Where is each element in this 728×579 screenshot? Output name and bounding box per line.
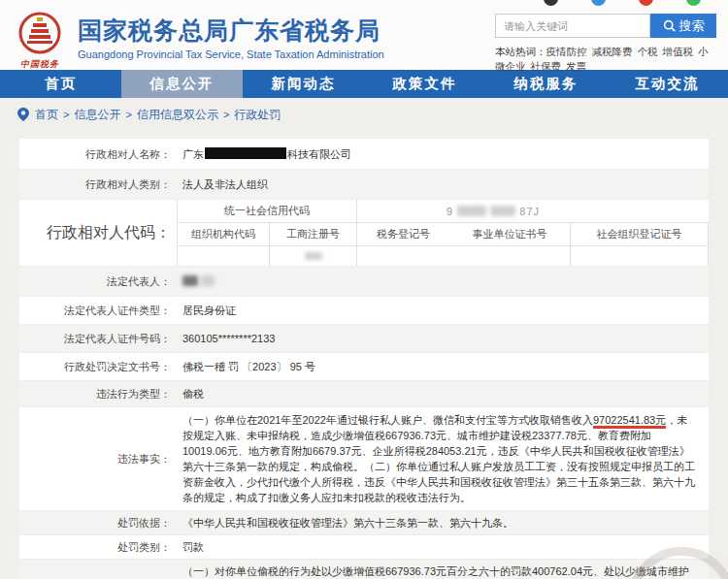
field-label: 处罚类别：	[19, 539, 177, 555]
share-icon-2[interactable]	[591, 0, 606, 6]
hotword-link[interactable]: 疫情防控	[546, 46, 587, 57]
row-penalty-type: 处罚类别： 罚款	[19, 535, 709, 560]
party-category-value: 法人及非法人组织	[177, 177, 709, 192]
uscc-label: 统一社会信用代码	[178, 200, 357, 223]
hotword-link[interactable]: 社保费	[531, 60, 562, 72]
penalty-content-value: （一）对你单位偷税的行为处以少缴增值税667936.73元百分之六十的罚款400…	[177, 560, 709, 579]
basis-value: 《中华人民共和国税收征收管理法》第六十三条第一款、第六十九条。	[177, 515, 709, 531]
highlighted-amount: 97022541.83元	[593, 414, 666, 429]
search-button-label: 搜索	[679, 17, 705, 35]
tax-bureau-logo: 中国税务	[10, 12, 70, 70]
field-label: 法定代表人证件类型：	[19, 303, 177, 318]
row-party-name: 行政相对人名称： 广东科技有限公司	[19, 139, 709, 170]
code-empty-cell	[178, 246, 270, 266]
field-label: 行政相对人代码：	[19, 200, 177, 266]
field-label: 法定代表人证件号码：	[19, 331, 177, 346]
row-violation-type: 违法行为类型： 偷税	[19, 381, 709, 407]
breadcrumb-info-disclosure[interactable]: 信息公开	[74, 107, 120, 123]
field-label: 处罚依据：	[19, 515, 177, 531]
party-name-value: 广东科技有限公司	[177, 146, 709, 162]
search-icon	[663, 19, 676, 32]
code-col-header: 组织机构代码	[178, 223, 270, 246]
row-legal-rep: 法定代表人：	[19, 267, 709, 297]
hotwords-label: 本站热词：	[495, 46, 546, 57]
facts-value: （一）你单位在2021年至2022年通过银行私人账户、微信和支付宝等方式收取销售…	[177, 407, 709, 510]
agency-title: 国家税务总局广东省税务局	[78, 16, 384, 45]
row-id-type: 法定代表人证件类型： 居民身份证	[19, 297, 709, 325]
nav-item-tax-service[interactable]: 纳税服务	[485, 70, 607, 98]
code-empty-cell	[357, 246, 449, 266]
hotword-link[interactable]: 发票	[566, 60, 586, 72]
breadcrumb: 首页 > 信息公开 > 信用信息双公示 > 行政处罚	[0, 98, 728, 131]
breadcrumb-credit-info[interactable]: 信用信息双公示	[137, 107, 218, 123]
share-icon-3[interactable]	[639, 0, 653, 6]
nav-item-home[interactable]: 首页	[0, 70, 121, 98]
penalty-record-table: 行政相对人名称： 广东科技有限公司 行政相对人类别： 法人及非法人组织 行政相对…	[19, 139, 709, 579]
search-bar: 搜索	[495, 14, 716, 38]
id-number-value: 360105********2133	[177, 331, 709, 346]
code-col-header: 税务登记号	[357, 223, 449, 246]
field-label: 行政相对人类别：	[19, 177, 177, 192]
share-icon-4[interactable]	[686, 0, 701, 6]
breadcrumb-home[interactable]: 首页	[35, 107, 58, 123]
hotword-link[interactable]: 减税降费	[592, 46, 633, 57]
hotword-link[interactable]: 个税	[638, 46, 658, 57]
share-icons	[544, 0, 701, 6]
doc-number-value: 佛税一稽 罚 〔2023〕 95 号	[177, 359, 709, 374]
logo-caption: 中国税务	[10, 58, 70, 71]
nav-item-news[interactable]: 新闻动态	[243, 70, 364, 98]
row-penalty-content: 处罚内容： （一）对你单位偷税的行为处以少缴增值税667936.73元百分之六十…	[19, 560, 709, 579]
redaction-blur-box	[182, 275, 198, 286]
code-empty-cell	[449, 246, 571, 266]
search-button[interactable]: 搜索	[650, 14, 716, 38]
breadcrumb-admin-penalty[interactable]: 行政处罚	[234, 107, 281, 123]
main-nav: 首页 信息公开 新闻动态 政策文件 纳税服务 互动交流	[0, 70, 728, 98]
penalty-type-value: 罚款	[177, 539, 709, 555]
share-icon-1[interactable]	[544, 0, 558, 6]
agency-title-block: 国家税务总局广东省税务局 Guangdong Provincial Tax Se…	[78, 12, 384, 70]
row-facts: 违法事实： （一）你单位在2021年至2022年通过银行私人账户、微信和支付宝等…	[19, 407, 709, 511]
field-label: 违法行为类型：	[19, 386, 177, 402]
nav-item-interaction[interactable]: 互动交流	[607, 70, 728, 98]
legal-rep-value	[177, 273, 709, 289]
code-col-header: 社会组织登记证号	[571, 223, 709, 246]
row-party-category: 行政相对人类别： 法人及非法人组织	[19, 170, 709, 200]
code-empty-cell	[270, 246, 357, 266]
breadcrumb-separator: >	[223, 109, 229, 120]
nav-item-policy[interactable]: 政策文件	[364, 70, 485, 98]
field-label: 行政相对人名称：	[19, 146, 177, 162]
uscc-value: 9 87J	[357, 200, 709, 223]
row-party-code: 行政相对人代码： 统一社会信用代码 9 87J 组织机构代码 工商注册号 税务登…	[19, 200, 709, 267]
redaction-blur-box	[305, 252, 322, 260]
search-input[interactable]	[495, 14, 650, 38]
hotwords: 本站热词：疫情防控减税降费个税增值税小微企业社保费发票	[495, 45, 716, 74]
redaction-blur-box	[490, 206, 515, 216]
top-strip	[0, 0, 728, 8]
field-label: 违法事实：	[19, 451, 177, 466]
redaction-black-box	[205, 147, 286, 159]
field-label: 法定代表人：	[19, 273, 177, 289]
row-basis: 处罚依据： 《中华人民共和国税收征收管理法》第六十三条第一款、第六十九条。	[19, 511, 709, 535]
code-empty-cell	[571, 246, 709, 266]
code-col-header: 事业单位证书号	[449, 223, 571, 246]
id-type-value: 居民身份证	[177, 303, 709, 318]
agency-subtitle: Guangdong Provincial Tax Service, State …	[78, 48, 384, 60]
violation-type-value: 偷税	[177, 386, 709, 402]
party-code-subtable: 统一社会信用代码 9 87J 组织机构代码 工商注册号 税务登记号 事业单位证书…	[177, 200, 709, 266]
site-header: 中国税务 国家税务总局广东省税务局 Guangdong Provincial T…	[0, 8, 728, 70]
breadcrumb-separator: >	[63, 109, 69, 120]
code-col-header: 工商注册号	[270, 223, 357, 246]
redaction-blur-box	[457, 206, 486, 216]
breadcrumb-separator: >	[125, 109, 131, 120]
field-label: 行政处罚决定文书号：	[19, 359, 177, 374]
nav-item-info-disclosure[interactable]: 信息公开	[121, 70, 243, 98]
location-pin-icon	[17, 108, 29, 121]
hotword-link[interactable]: 增值税	[663, 46, 694, 57]
redaction-blur-box	[201, 275, 215, 286]
emblem-icon	[18, 12, 61, 54]
row-id-number: 法定代表人证件号码： 360105********2133	[19, 325, 709, 353]
row-doc-number: 行政处罚决定文书号： 佛税一稽 罚 〔2023〕 95 号	[19, 353, 709, 381]
